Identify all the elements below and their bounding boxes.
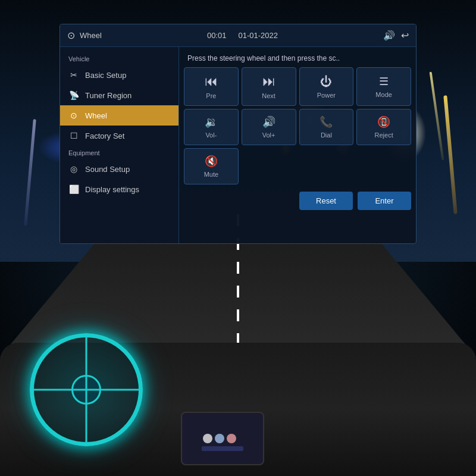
equipment-section-label: Equipment — [60, 146, 178, 159]
svg-point-3 — [227, 434, 236, 443]
power-icon: ⏻ — [320, 75, 332, 89]
power-label: Power — [317, 92, 336, 99]
sound-setup-label: Sound Setup — [85, 165, 130, 174]
vol-minus-label: Vol- — [205, 131, 217, 139]
reject-label: Reject — [375, 131, 393, 139]
vol-minus-button[interactable]: 🔉 Vol- — [184, 109, 239, 145]
dial-button[interactable]: 📞 Dial — [299, 109, 354, 145]
steering-wheel — [30, 333, 143, 446]
car-head-unit — [181, 412, 264, 465]
instruction-text: Press the steering wheel and then press … — [184, 52, 411, 67]
dial-label: Dial — [321, 131, 332, 139]
sidebar-item-sound-setup[interactable]: ◎ Sound Setup — [60, 159, 178, 179]
header-right: 🔊 ↩ — [383, 30, 409, 41]
pre-label: Pre — [206, 92, 216, 99]
back-icon[interactable]: ↩ — [401, 30, 409, 41]
mute-icon: 🔇 — [205, 155, 218, 168]
svg-point-1 — [203, 434, 212, 443]
svg-point-2 — [215, 434, 224, 443]
reset-button[interactable]: Reset — [299, 192, 353, 210]
steering-wheel-icon: ⊙ — [68, 110, 79, 121]
tuner-region-label: Tuner Region — [85, 91, 131, 100]
vol-plus-label: Vol+ — [262, 131, 275, 139]
sidebar-item-basic-setup[interactable]: ✂ Basic Setup — [60, 65, 178, 85]
next-icon: ⏭ — [262, 74, 275, 89]
header-time: 00:01 — [207, 31, 227, 40]
vol-down-icon: 🔉 — [205, 115, 218, 129]
control-button-grid: ⏮ Pre ⏭ Next ⏻ Power ☰ Mode — [184, 67, 411, 184]
phone-dial-icon: 📞 — [320, 115, 333, 129]
volume-icon: 🔊 — [383, 30, 395, 41]
enter-button[interactable]: Enter — [358, 192, 411, 210]
sidebar-item-tuner-region[interactable]: 📡 Tuner Region — [60, 85, 178, 105]
mode-label: Mode — [375, 91, 392, 98]
mute-button[interactable]: 🔇 Mute — [184, 148, 239, 184]
wheel-spoke-left — [34, 389, 86, 391]
wheel-spoke-right — [86, 389, 139, 391]
monitor-icon: ⬜ — [68, 184, 79, 195]
main-content: Vehicle ✂ Basic Setup 📡 Tuner Region ⊙ W… — [60, 47, 416, 243]
wheel-icon-header: ⊙ — [67, 30, 75, 41]
sidebar-item-display-settings[interactable]: ⬜ Display settings — [60, 179, 178, 199]
header-wheel-label: Wheel — [80, 31, 102, 40]
pre-button[interactable]: ⏮ Pre — [184, 67, 239, 106]
next-button[interactable]: ⏭ Next — [242, 67, 296, 106]
header-bar: ⊙ Wheel 00:01 01-01-2022 🔊 ↩ — [60, 24, 416, 47]
prev-icon: ⏮ — [205, 74, 218, 89]
bottom-actions: Reset Enter — [184, 192, 411, 210]
wrench-icon: ✂ — [68, 70, 79, 80]
power-button[interactable]: ⏻ Power — [299, 67, 354, 106]
dashboard — [0, 343, 476, 476]
box-icon: ☐ — [68, 130, 79, 141]
vehicle-section-label: Vehicle — [60, 52, 178, 65]
radio-icon: 📡 — [68, 90, 79, 101]
steering-wheel-area — [18, 321, 167, 470]
header-left: ⊙ Wheel — [67, 30, 102, 41]
header-center: 00:01 01-01-2022 — [207, 31, 278, 40]
svg-rect-4 — [202, 446, 243, 451]
display-settings-label: Display settings — [85, 185, 139, 194]
mute-label: Mute — [204, 171, 218, 178]
menu-icon: ☰ — [379, 75, 389, 88]
carplay-display — [199, 424, 246, 453]
basic-setup-label: Basic Setup — [85, 71, 126, 80]
mode-button[interactable]: ☰ Mode — [356, 67, 411, 106]
vol-up-icon: 🔊 — [262, 115, 275, 129]
wheel-spoke-bottom — [86, 390, 87, 442]
wheel-label: Wheel — [85, 111, 107, 120]
reject-button[interactable]: 📵 Reject — [356, 109, 411, 145]
phone-reject-icon: 📵 — [377, 115, 390, 129]
header-date: 01-01-2022 — [238, 31, 278, 40]
vol-plus-button[interactable]: 🔊 Vol+ — [242, 109, 296, 145]
wheel-spoke-top — [86, 337, 87, 390]
sidebar-item-factory-set[interactable]: ☐ Factory Set — [60, 126, 178, 146]
right-panel: Press the steering wheel and then press … — [179, 47, 416, 243]
speaker-icon: ◎ — [68, 164, 79, 174]
ui-panel: ⊙ Wheel 00:01 01-01-2022 🔊 ↩ Vehicle ✂ B… — [60, 24, 416, 244]
factory-set-label: Factory Set — [85, 131, 124, 140]
sidebar-item-wheel[interactable]: ⊙ Wheel — [60, 105, 178, 126]
sidebar: Vehicle ✂ Basic Setup 📡 Tuner Region ⊙ W… — [60, 47, 179, 243]
next-label: Next — [262, 92, 275, 99]
